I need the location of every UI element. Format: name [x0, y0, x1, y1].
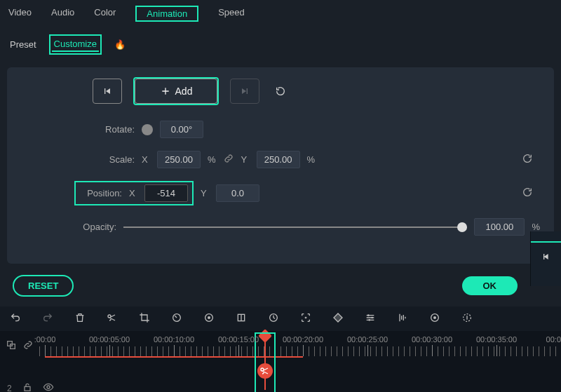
timecode: 00:00:10:00	[154, 335, 194, 344]
crop-button[interactable]	[137, 312, 151, 325]
color-button[interactable]	[202, 312, 216, 325]
position-label: Position:	[80, 188, 122, 198]
position-x-label: X	[129, 188, 137, 198]
rotate-knob[interactable]	[142, 124, 153, 135]
timecode: 00:00:15:00	[218, 335, 259, 344]
opacity-value[interactable]: 100.00	[474, 218, 525, 236]
lock-icon[interactable]	[22, 381, 33, 392]
opacity-row: Opacity: 100.00 %	[74, 218, 540, 236]
accent-bar	[531, 241, 561, 243]
tracking-button[interactable]	[299, 312, 313, 325]
rotate-row: Rotate: 0.00°	[93, 121, 540, 138]
next-keyframe-button	[230, 79, 259, 104]
add-keyframe-button[interactable]: Add	[135, 79, 217, 104]
tab-speed[interactable]: Speed	[218, 6, 245, 22]
tab-video[interactable]: Video	[8, 6, 32, 22]
scale-row: Scale: X 250.00 % Y 250.00 %	[100, 151, 540, 168]
scale-label: Scale:	[100, 154, 135, 165]
position-y-label: Y	[201, 188, 209, 198]
marker-button[interactable]	[460, 312, 474, 325]
split-button[interactable]	[105, 312, 119, 325]
scale-x-unit: %	[208, 154, 216, 165]
scale-reset-button[interactable]	[522, 153, 533, 166]
svg-point-5	[367, 314, 370, 316]
track-number: 2	[7, 384, 12, 393]
rotate-label: Rotate:	[93, 124, 135, 135]
timecode: 00:00:35:00	[476, 335, 517, 344]
opacity-unit: %	[532, 222, 540, 232]
track-status: 2	[0, 360, 561, 392]
rotate-value[interactable]: 0.00°	[160, 121, 203, 138]
svg-point-9	[433, 316, 436, 319]
keyframe-controls: Add	[93, 77, 540, 105]
plus-icon	[160, 86, 171, 97]
timecode: :00:00	[34, 335, 56, 344]
adjust-button[interactable]	[363, 312, 377, 325]
scale-x-label: X	[142, 154, 150, 165]
svg-point-6	[371, 317, 373, 319]
opacity-slider[interactable]	[123, 227, 467, 228]
main-tabs: Video Audio Color Animation Speed	[0, 0, 561, 27]
reset-keyframes-button[interactable]	[271, 81, 290, 101]
step-back-button[interactable]	[541, 251, 552, 264]
svg-rect-13	[25, 386, 30, 391]
scale-y-value[interactable]: 250.00	[257, 151, 300, 168]
panel-footer: RESET OK	[0, 271, 561, 306]
timecode: 00:00:20:00	[283, 335, 323, 344]
delete-button[interactable]	[73, 312, 87, 325]
subtab-customize[interactable]: Customize	[52, 37, 99, 52]
speed-button[interactable]	[170, 312, 184, 325]
scale-y-unit: %	[307, 154, 316, 165]
record-button[interactable]	[428, 312, 442, 325]
scale-y-label: Y	[241, 154, 250, 165]
reset-icon	[275, 86, 286, 97]
position-row: Position: X -514 Y 0.0	[74, 181, 540, 205]
skip-next-icon	[239, 86, 250, 97]
layers-icon[interactable]	[6, 335, 17, 353]
timecode: 00:00:25:00	[347, 335, 388, 344]
timeline-toolbar	[0, 306, 561, 331]
greenscreen-button[interactable]	[234, 312, 248, 325]
sub-tabs: Preset Customize 🔥	[0, 27, 561, 67]
animation-panel: Add Rotate: 0.00° Scale: X 250.00 % Y 25…	[7, 67, 554, 264]
ok-button[interactable]: OK	[462, 276, 518, 295]
prev-keyframe-button[interactable]	[93, 79, 122, 104]
position-x-value[interactable]: -514	[144, 184, 188, 202]
undo-button[interactable]	[8, 312, 22, 325]
subtab-preset[interactable]: Preset	[10, 39, 36, 50]
slider-thumb[interactable]	[457, 222, 467, 232]
link-icon[interactable]	[22, 335, 34, 353]
timecode: 00:00:30:00	[412, 335, 452, 344]
timecode: 00:00:05:00	[89, 335, 130, 344]
svg-point-14	[47, 386, 50, 388]
time-ruler[interactable]: :00:0000:00:05:0000:00:10:0000:00:15:000…	[39, 335, 561, 360]
audio-mixer-button[interactable]	[396, 312, 410, 325]
svg-point-7	[368, 319, 370, 321]
scale-x-value[interactable]: 250.00	[157, 151, 201, 168]
right-controls	[530, 231, 561, 286]
link-scale-icon[interactable]	[223, 153, 234, 166]
tab-animation[interactable]: Animation	[135, 6, 198, 22]
hot-icon: 🔥	[114, 39, 126, 50]
keyframe-tool-button[interactable]	[266, 312, 280, 325]
timeline: :00:0000:00:05:0000:00:10:0000:00:15:000…	[0, 331, 561, 392]
opacity-label: Opacity:	[74, 222, 116, 232]
position-reset-button[interactable]	[522, 187, 533, 200]
add-label: Add	[175, 86, 193, 97]
redo-button[interactable]	[41, 312, 55, 325]
skip-prev-icon	[102, 86, 113, 97]
tab-audio[interactable]: Audio	[51, 6, 74, 22]
timecode: 00:00:40	[546, 335, 561, 344]
reset-button[interactable]: RESET	[13, 275, 74, 297]
tab-color[interactable]: Color	[94, 6, 116, 22]
mask-button[interactable]	[331, 312, 345, 325]
visibility-icon[interactable]	[43, 381, 54, 392]
position-y-value[interactable]: 0.0	[216, 184, 259, 202]
svg-point-2	[208, 316, 210, 319]
